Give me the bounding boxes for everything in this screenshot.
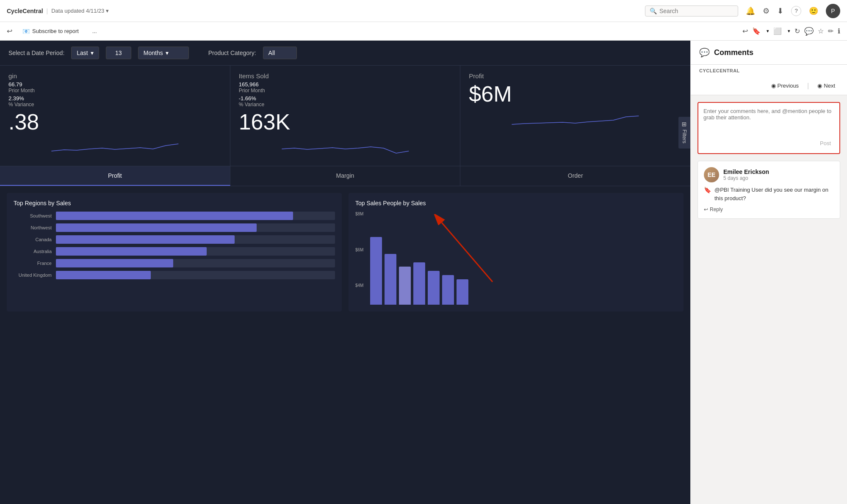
bar-row-1: Northwest: [14, 223, 335, 232]
nav-sep: |: [807, 82, 809, 90]
metric-variance-label-0: % Variance: [8, 102, 35, 107]
sparkline-2: [469, 108, 682, 129]
reply-button-0[interactable]: ↩ Reply: [704, 207, 723, 212]
y-axis: $8M $6M $4M: [355, 212, 366, 288]
metric-big-1: 163K: [239, 109, 452, 135]
metrics-row: gin 66.79 Prior Month 2.39% % Variance .…: [0, 66, 690, 166]
toolbar-bookmark-icon[interactable]: 🔖: [752, 27, 761, 35]
search-box[interactable]: 🔍: [645, 6, 738, 17]
tab-order[interactable]: Order: [460, 166, 690, 186]
smiley-icon[interactable]: 🙂: [809, 6, 818, 16]
toolbar-window-icon[interactable]: ⬜: [773, 27, 782, 35]
bar-chart: Southwest Northwest Canada: [14, 212, 335, 279]
reply-icon-0: ↩: [704, 207, 708, 212]
window-chevron[interactable]: ▾: [788, 28, 790, 34]
comment-textarea[interactable]: [703, 108, 834, 133]
comments-nav: ◉ Previous | ◉ Next: [691, 77, 847, 95]
charts-area: Top Regions by Sales Southwest Northwest: [0, 186, 690, 318]
comment-bookmark-icon-0[interactable]: 🔖: [704, 187, 711, 193]
help-icon[interactable]: ?: [791, 6, 801, 16]
toolbar-comment-icon[interactable]: 💬: [804, 27, 814, 36]
bar-track-0: [56, 212, 335, 220]
period-unit-select[interactable]: Months ▾: [138, 47, 189, 59]
toolbar-info-icon[interactable]: ℹ: [838, 27, 840, 35]
toolbar-refresh-icon[interactable]: ↻: [794, 27, 800, 35]
date-period-label: Select a Date Period:: [8, 50, 64, 56]
metric-title-1: Items Sold: [239, 72, 452, 80]
bar-track-4: [56, 259, 335, 267]
download-icon[interactable]: ⬇: [777, 6, 783, 16]
y-label-4m: $4M: [355, 283, 363, 288]
toolbar-star-icon[interactable]: ☆: [818, 27, 824, 35]
bar-track-2: [56, 235, 335, 244]
product-category-select[interactable]: All: [263, 47, 297, 59]
post-button[interactable]: Post: [817, 138, 834, 148]
y-label-8m: $8M: [355, 212, 363, 216]
tab-margin[interactable]: Margin: [230, 166, 461, 186]
avatar-initials: P: [831, 8, 835, 14]
metric-prior-value-0: 66.79: [8, 81, 35, 88]
metric-card-profit: Profit $6M: [460, 66, 690, 166]
settings-icon[interactable]: ⚙: [763, 6, 769, 16]
toolbar-pencil-icon[interactable]: ✏: [828, 27, 833, 35]
product-category-value: All: [268, 50, 275, 56]
subscribe-button[interactable]: 📧 Subscribe to report: [19, 26, 82, 36]
nav-left: CycleCentral | Data updated 4/11/23 ▾: [7, 8, 109, 14]
comments-header: 💬 Comments: [691, 41, 847, 65]
top-sales-title: Top Sales People by Sales: [355, 200, 677, 207]
period-last-select[interactable]: Last ▾: [71, 47, 99, 59]
bar-fill-3: [56, 247, 207, 256]
data-updated-chevron[interactable]: ▾: [106, 8, 109, 14]
search-input[interactable]: [659, 8, 734, 14]
bookmark-chevron[interactable]: ▾: [767, 28, 769, 34]
filters-tab[interactable]: ⊞ Filters: [678, 117, 690, 149]
metric-big-2: $6M: [469, 81, 682, 107]
bar-fill-2: [56, 235, 235, 244]
bell-icon[interactable]: 🔔: [746, 6, 755, 16]
metric-prior-label-1: Prior Month: [239, 88, 265, 94]
metric-variance-label-1: % Variance: [239, 102, 265, 107]
bar-label-0: Southwest: [14, 213, 52, 218]
filters-bar: Select a Date Period: Last ▾ 13 Months ▾…: [0, 41, 690, 66]
col-bar-4: [428, 271, 440, 305]
previous-button[interactable]: ◉ Previous: [768, 81, 803, 91]
sparkline-1: [239, 136, 452, 157]
tab-profit[interactable]: Profit: [0, 166, 230, 186]
period-unit-chevron: ▾: [166, 50, 169, 56]
back-icon[interactable]: ↩: [7, 27, 12, 35]
comment-item-0: EE Emilee Erickson 5 days ago 🔖 @PBI Tra…: [698, 161, 840, 219]
period-number-input[interactable]: 13: [106, 47, 131, 59]
metric-big-0: .38: [8, 109, 221, 135]
col-bar-1: [385, 254, 396, 305]
toolbar: ↩ 📧 Subscribe to report ... ↩ 🔖 ▾ ⬜ ▾ ↻ …: [0, 22, 847, 41]
data-updated-text: Data updated 4/11/23: [51, 8, 104, 14]
comment-time-0: 5 days ago: [723, 175, 769, 181]
bar-label-1: Northwest: [14, 225, 52, 230]
bar-row-4: France: [14, 259, 335, 267]
bar-row-5: United Kingdom: [14, 271, 335, 279]
avatar[interactable]: P: [826, 4, 840, 18]
comments-subtitle: CYCLECENTRAL: [691, 65, 847, 77]
subscribe-label: Subscribe to report: [32, 28, 79, 34]
toolbar-left: ↩ 📧 Subscribe to report ...: [7, 26, 100, 36]
top-regions-chart: Top Regions by Sales Southwest Northwest: [7, 193, 342, 311]
comment-input-area: Post: [698, 102, 840, 154]
next-button[interactable]: ◉ Next: [814, 81, 839, 91]
next-icon: ◉: [817, 83, 822, 89]
bar-fill-1: [56, 223, 257, 232]
search-icon: 🔍: [650, 8, 657, 14]
more-button[interactable]: ...: [89, 26, 100, 36]
toolbar-right: ↩ 🔖 ▾ ⬜ ▾ ↻ 💬 ☆ ✏ ℹ: [742, 27, 840, 36]
col-bar-3: [413, 262, 425, 305]
bar-label-3: Australia: [14, 249, 52, 254]
metric-title-2: Profit: [469, 72, 682, 80]
bar-label-2: Canada: [14, 237, 52, 242]
col-bar-2: [399, 267, 411, 305]
toolbar-back-icon[interactable]: ↩: [742, 27, 748, 35]
bar-row-0: Southwest: [14, 212, 335, 220]
metric-card-items: Items Sold 165,966 Prior Month -1.66% % …: [230, 66, 461, 166]
metric-variance-value-1: -1.66%: [239, 95, 265, 102]
bar-row-3: Australia: [14, 247, 335, 256]
sparkline-0: [8, 136, 221, 157]
more-label: ...: [92, 28, 97, 34]
